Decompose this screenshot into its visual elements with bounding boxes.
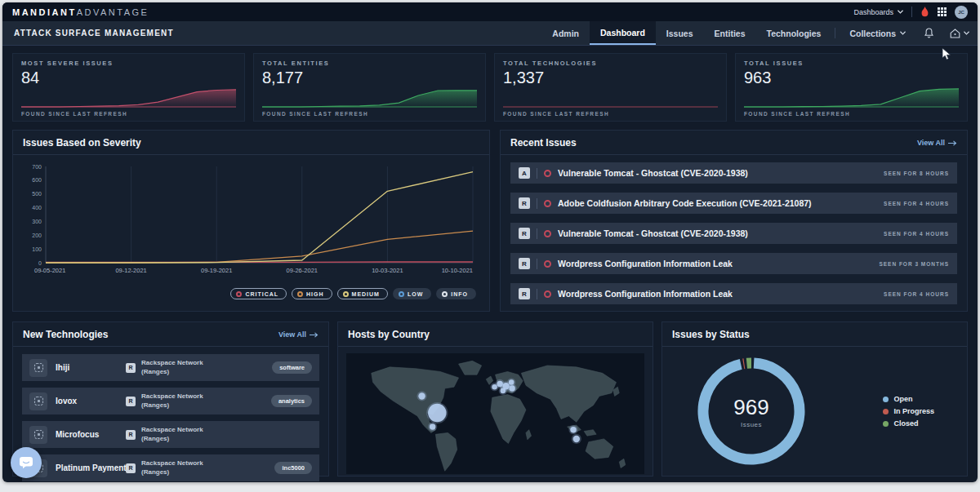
issue-title: Adobe Coldfusion Arbitrary Code Executio… [558,198,812,208]
severity-chart-legend: CRITICALHIGHMEDIUMLOWINFO [21,286,481,299]
status-donut-title: Issues by Status [672,329,750,340]
stat-card-total-technologies[interactable]: TOTAL TECHNOLOGIES1,337FOUND SINCE LAST … [494,53,727,122]
legend-label: INFO [451,291,468,297]
chevron-down-icon [900,31,906,35]
mandiant-advantage-logo[interactable]: MANDIANT ADVANTAGE [12,7,149,17]
technology-name: Platinum Payment... [56,463,126,472]
tab-technologies[interactable]: Technologies [756,21,832,45]
dashboards-dropdown[interactable]: Dashboards [853,8,903,16]
severity-legend-pill-critical[interactable]: CRITICAL [230,288,287,299]
new-technologies-title: New Technologies [23,329,108,340]
chevron-down-icon [964,31,969,35]
severity-ring-icon [544,260,551,268]
technology-row[interactable]: MicrofocusRRackspace Network(Ranges) [22,421,319,448]
recent-issues-list: AVulnerable Tomcat - Ghostcat (CVE-2020-… [501,155,967,321]
technology-row[interactable]: IhijiRRackspace Network(Ranges)software [22,354,319,381]
tab-admin[interactable]: Admin [541,21,590,45]
severity-legend-pill-low[interactable]: LOW [393,288,431,299]
notifications-bell-icon[interactable] [916,21,942,45]
top-bar: MANDIANT ADVANTAGE Dashboards JC [2,2,978,21]
legend-dot-icon [883,397,889,402]
badge-divider [537,198,537,209]
stat-sparkline [744,83,959,108]
hosts-map-title: Hosts by Country [348,329,430,340]
svg-text:500: 500 [32,191,42,197]
technology-row[interactable]: IovoxRRackspace Network(Ranges)analytics [22,388,319,414]
recent-issue-row[interactable]: AVulnerable Tomcat - Ghostcat (CVE-2020-… [510,162,957,184]
stat-footer-label: FOUND SINCE LAST REFRESH [21,111,127,117]
view-all-label: View All [917,139,945,147]
legend-label: CRITICAL [245,291,278,297]
stat-card-total-entities[interactable]: TOTAL ENTITIES8,177FOUND SINCE LAST REFR… [253,53,486,122]
brand-secondary: ADVANTAGE [77,7,149,17]
arrow-right-icon [310,332,318,338]
technologies-view-all-link[interactable]: View All [278,330,318,339]
stat-label: TOTAL TECHNOLOGIES [503,60,718,67]
status-legend-item-open: Open [883,395,934,403]
issue-title: Vulnerable Tomcat - Ghostcat (CVE-2020-1… [558,228,748,238]
severity-legend-pill-medium[interactable]: MEDIUM [337,288,388,299]
svg-text:400: 400 [32,205,42,211]
technology-tag: analytics [271,395,312,407]
legend-label: Open [893,395,912,403]
svg-text:969: 969 [733,395,768,419]
world-map-svg [346,353,644,474]
tab-issues[interactable]: Issues [656,21,704,45]
app-title: ATTACK SURFACE MANAGEMENT [14,21,174,45]
collections-dropdown[interactable]: Collections [839,21,916,45]
entity-type-badge: R [519,258,530,269]
nav-tabs: AdminDashboardIssuesEntitiesTechnologies… [541,21,978,45]
svg-text:300: 300 [32,219,42,224]
svg-text:100: 100 [32,246,42,252]
recent-issues-view-all-link[interactable]: View All [917,139,957,147]
issue-title: Vulnerable Tomcat - Ghostcat (CVE-2020-1… [558,168,748,178]
nav-divider [835,28,835,38]
apps-grid-icon[interactable] [938,7,947,16]
issues-by-status-panel: Issues by Status 969Issues OpenIn Progre… [662,321,968,476]
stat-footer-label: FOUND SINCE LAST REFRESH [503,111,609,117]
entity-type-badge: R [519,228,530,239]
entity-type-badge: R [126,430,136,440]
user-avatar[interactable]: JC [955,6,968,19]
svg-text:0: 0 [38,260,42,266]
chevron-down-icon [898,10,903,14]
status-legend-item-in-progress: In Progress [883,407,934,415]
stat-label: TOTAL ENTITIES [262,60,477,67]
severity-legend-pill-high[interactable]: HIGH [292,288,332,299]
technology-row[interactable]: Platinum Payment...RRackspace Network(Ra… [22,454,319,481]
mandiant-flame-icon[interactable] [920,7,929,17]
stat-card-total-issues[interactable]: TOTAL ISSUES963FOUND SINCE LAST REFRESH [735,53,968,122]
technology-source: Rackspace Network(Ranges) [141,459,203,476]
technology-logo-icon [29,392,47,410]
svg-text:200: 200 [32,233,42,238]
svg-text:09-12-2021: 09-12-2021 [115,267,146,274]
recent-issues-title: Recent Issues [510,137,577,148]
stat-card-most-severe-issues[interactable]: MOST SEVERE ISSUES84FOUND SINCE LAST REF… [12,53,245,122]
legend-label: HIGH [306,291,324,297]
recent-issue-row[interactable]: RVulnerable Tomcat - Ghostcat (CVE-2020-… [510,223,957,244]
entity-type-badge: R [126,463,136,473]
issue-seen-duration: SEEN FOR 4 HOURS [884,291,949,297]
severity-legend-pill-info[interactable]: INFO [436,288,476,299]
technology-source: Rackspace Network(Ranges) [141,392,203,410]
stat-sparkline [21,83,236,108]
technology-source: Rackspace Network(Ranges) [141,426,203,443]
entity-type-badge: R [126,397,136,406]
recent-issue-row[interactable]: RWordpress Configuration Information Lea… [510,253,957,274]
recent-issue-row[interactable]: RAdobe Coldfusion Arbitrary Code Executi… [510,193,957,214]
tab-dashboard[interactable]: Dashboard [590,21,656,45]
hosts-by-country-panel: Hosts by Country [337,321,653,476]
collections-label: Collections [849,29,896,38]
asm-dashboard-app: MANDIANT ADVANTAGE Dashboards JC ATTACK … [2,2,978,482]
home-dashboard-icon[interactable] [942,21,978,45]
tab-entities[interactable]: Entities [704,21,756,45]
recent-issue-row[interactable]: RWordpress Configuration Information Lea… [510,283,957,304]
svg-text:Issues: Issues [741,421,762,428]
svg-text:700: 700 [32,164,42,170]
status-donut-chart: 969Issues [692,352,811,471]
world-map[interactable] [346,353,644,474]
technologies-list: IhijiRRackspace Network(Ranges)softwareI… [13,347,328,481]
dashboards-label: Dashboards [853,8,893,16]
badge-divider [537,228,537,239]
chat-widget-button[interactable] [11,447,42,478]
